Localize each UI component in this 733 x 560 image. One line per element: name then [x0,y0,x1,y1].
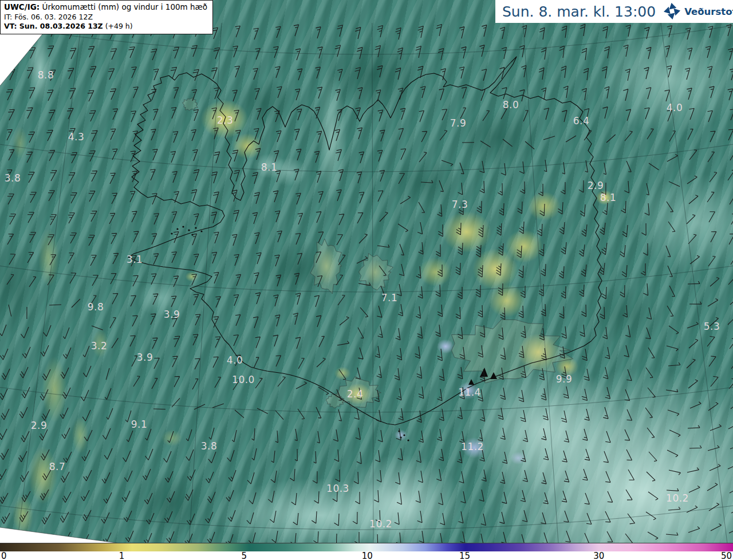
colorbar-tick-label: 30 [593,551,604,560]
precip-value-label: 11.4 [458,387,481,398]
colorbar-tick-label: 0 [1,551,7,560]
colorbar-legend: 01510153050 [0,543,733,560]
valid-time-line: VT: Sun. 08.03.2026 13Z (+49 h) [4,22,207,31]
precip-value-label: 2.3 [217,115,234,126]
brand-name: Veðurstofa Íslands [684,6,733,17]
product-title-line: UWC/IG: Úrkomumætti (mm) og vindur i 100… [4,2,207,13]
precip-value-label: 3.8 [201,440,218,452]
precip-value-label: 7.1 [381,292,398,303]
precip-value-label: 11.2 [461,441,484,452]
colorbar-tick-label: 5 [241,551,247,560]
vedurstofa-logo-icon [664,3,681,20]
run-info-box: UWC/IG: Úrkomumætti (mm) og vindur i 100… [0,0,213,34]
precip-value-label: 8.1 [261,161,278,173]
precip-value-label: 4.0 [667,102,683,113]
colorbar-tick-label: 50 [721,551,732,560]
weather-map-page: 8.84.33.82.38.17.98.06.44.02.98.17.33.19… [0,0,733,560]
precip-value-label: 9.9 [556,373,573,385]
colorbar-tick-label: 10 [362,551,373,560]
colorbar-gradient [0,543,733,551]
precip-value-label: 2.4 [347,388,364,400]
precip-value-label: 8.1 [600,192,617,203]
precip-value-label: 7.9 [450,117,467,129]
product-code: UWC/IG: [4,2,40,11]
precip-value-label: 8.8 [38,69,54,81]
map-canvas: 8.84.33.82.38.17.98.06.44.02.98.17.33.19… [0,0,733,543]
precip-value-label: 3.8 [5,172,21,184]
precip-value-label: 8.0 [503,99,519,111]
precip-value-label: 3.9 [164,309,180,320]
precip-value-label: 4.0 [227,354,243,366]
valid-time: VT: Sun. 08.03.2026 13Z [4,22,103,30]
precip-value-label: 10.0 [232,374,255,385]
precip-value-label: 6.4 [573,115,590,127]
map-overlay-svg [0,0,733,543]
precip-value-label: 7.3 [452,199,468,210]
precip-value-label: 9.8 [88,301,104,313]
colorbar-tick-label: 1 [119,551,125,560]
precip-value-label: 9.1 [131,419,148,430]
precip-value-label: 2.9 [31,420,48,431]
precip-value-label: 3.2 [91,340,108,352]
precip-value-label: 10.2 [369,518,392,530]
precip-value-label: 3.1 [127,254,143,265]
precip-value-label: 10.2 [666,492,689,504]
valid-date-bar: Sun. 8. mar. kl. 13:00 Veðurstofa Ísland… [495,0,733,23]
colorbar-tick-label: 15 [459,551,470,560]
product-title: Úrkomumætti (mm) og vindur i 100m hæð [40,2,207,11]
precip-value-label: 10.3 [326,483,349,494]
valid-date-text: Sun. 8. mar. kl. 13:00 [502,3,656,20]
precip-value-label: 5.3 [704,321,720,332]
precip-value-label: 2.9 [588,180,604,191]
lead-time: (+49 h) [103,22,133,30]
precip-value-label: 4.3 [68,131,85,143]
precip-value-label: 3.9 [137,352,153,363]
precip-value-label: 8.7 [49,461,66,472]
init-time-line: IT: Fös. 06. 03. 2026 12Z [4,13,207,22]
